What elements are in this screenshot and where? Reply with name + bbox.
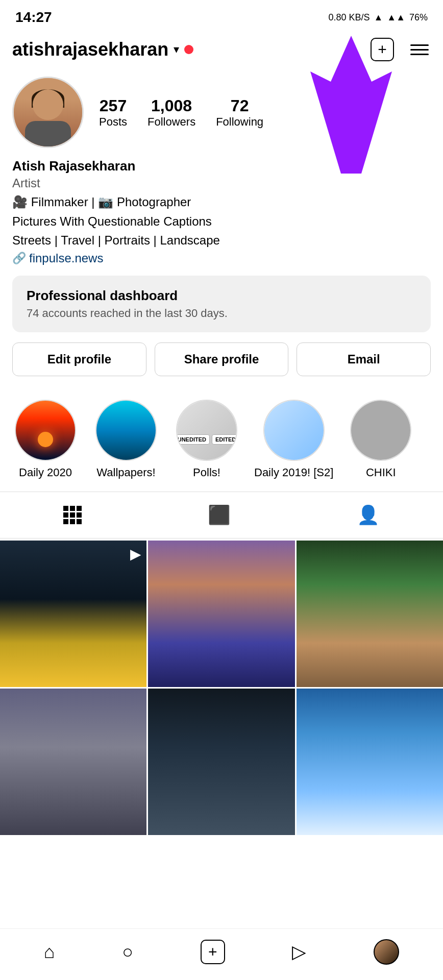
photo-cell-4[interactable] bbox=[0, 689, 146, 835]
bio-line-2: Pictures With Questionable Captions bbox=[12, 213, 431, 230]
photo-3 bbox=[297, 541, 443, 687]
highlight-chiki[interactable]: CHIKI bbox=[348, 400, 414, 479]
posts-label: Posts bbox=[99, 115, 127, 129]
username-text: atishrajasekharan bbox=[12, 39, 168, 60]
status-time: 14:27 bbox=[15, 9, 52, 26]
posts-stat[interactable]: 257 Posts bbox=[99, 96, 127, 129]
highlight-polls[interactable]: UNEDITED EDITED Polls! bbox=[174, 400, 240, 479]
link-icon: 🔗 bbox=[12, 252, 26, 265]
photo-cell-2[interactable] bbox=[148, 541, 294, 687]
highlight-circle bbox=[95, 400, 157, 461]
add-nav-icon: + bbox=[201, 940, 225, 964]
content-tab-bar: ⬛ 👤 bbox=[0, 492, 443, 538]
highlight-label: CHIKI bbox=[366, 466, 396, 479]
followers-count: 1,008 bbox=[151, 96, 192, 115]
add-nav-button[interactable]: + bbox=[201, 940, 225, 964]
avatar-container[interactable] bbox=[12, 77, 84, 148]
bio-title: Artist bbox=[12, 176, 431, 190]
ocean-thumbnail bbox=[96, 401, 156, 460]
highlight-wallpapers[interactable]: Wallpapers! bbox=[93, 400, 159, 479]
signal-icon: ▲▲ bbox=[387, 12, 405, 23]
profile-nav-button[interactable] bbox=[374, 939, 399, 965]
bio-line-1: 🎥 Filmmaker | 📷 Photographer bbox=[12, 193, 431, 211]
bottom-nav: ⌂ ○ + ▷ bbox=[0, 928, 443, 980]
profile-top: 257 Posts 1,008 Followers 72 Following bbox=[12, 77, 431, 148]
highlight-daily2019[interactable]: Daily 2019! [S2] bbox=[254, 400, 333, 479]
followers-stat[interactable]: 1,008 Followers bbox=[147, 96, 195, 129]
dashboard-title: Professional dashboard bbox=[27, 288, 416, 304]
stats-row: 257 Posts 1,008 Followers 72 Following bbox=[99, 96, 431, 129]
status-bar: 14:27 0.80 KB/S ▲ ▲▲ 76% bbox=[0, 0, 443, 31]
posts-count: 257 bbox=[100, 96, 127, 115]
photo-cell-6[interactable] bbox=[297, 689, 443, 835]
hamburger-icon bbox=[410, 44, 429, 55]
chiki-thumbnail bbox=[351, 401, 410, 460]
reels-nav-icon: ▷ bbox=[292, 941, 306, 963]
search-nav-button[interactable]: ○ bbox=[122, 941, 133, 963]
bubbles-thumbnail bbox=[264, 401, 324, 460]
highlight-circle bbox=[350, 400, 411, 461]
tag-icon: 👤 bbox=[357, 504, 380, 526]
poll-thumbnail: UNEDITED EDITED bbox=[177, 401, 236, 460]
following-label: Following bbox=[216, 115, 263, 129]
highlight-daily2020[interactable]: Daily 2020 bbox=[12, 400, 79, 479]
dropdown-arrow-icon[interactable]: ▾ bbox=[174, 43, 179, 56]
battery-icon: 76% bbox=[409, 12, 428, 23]
photo-1 bbox=[0, 541, 146, 687]
highlights-section: Daily 2020 Wallpapers! UNEDITED EDITED P… bbox=[0, 400, 443, 492]
photo-6 bbox=[297, 689, 443, 835]
sunset-thumbnail bbox=[16, 401, 75, 460]
email-button[interactable]: Email bbox=[297, 342, 431, 376]
add-post-button[interactable]: + bbox=[368, 36, 396, 63]
photo-cell-5[interactable] bbox=[148, 689, 294, 835]
tab-reels[interactable]: ⬛ bbox=[198, 500, 241, 530]
add-icon: + bbox=[371, 38, 394, 61]
username-area: atishrajasekharan ▾ bbox=[12, 39, 193, 60]
avatar-head bbox=[33, 89, 63, 120]
tab-grid[interactable] bbox=[53, 502, 92, 528]
menu-button[interactable] bbox=[408, 42, 431, 57]
reel-badge-icon: ▶ bbox=[130, 546, 141, 562]
search-icon: ○ bbox=[122, 941, 133, 963]
highlight-circle bbox=[15, 400, 76, 461]
share-profile-button[interactable]: Share profile bbox=[155, 342, 289, 376]
bio-line-3: Streets | Travel | Portraits | Landscape bbox=[12, 232, 431, 249]
photo-cell-3[interactable] bbox=[297, 541, 443, 687]
photo-4 bbox=[0, 689, 146, 835]
bio-link[interactable]: 🔗 finpulse.news bbox=[12, 251, 431, 265]
nav-icons: + bbox=[368, 36, 431, 63]
avatar-body bbox=[25, 121, 71, 146]
home-icon: ⌂ bbox=[44, 941, 55, 963]
reels-nav-button[interactable]: ▷ bbox=[292, 941, 306, 963]
bottom-spacer bbox=[0, 835, 443, 896]
network-speed: 0.80 KB/S bbox=[328, 12, 370, 23]
edit-profile-button[interactable]: Edit profile bbox=[12, 342, 146, 376]
online-status-dot bbox=[184, 45, 193, 54]
profile-nav-avatar bbox=[374, 939, 399, 965]
status-icons: 0.80 KB/S ▲ ▲▲ 76% bbox=[328, 12, 428, 23]
home-nav-button[interactable]: ⌂ bbox=[44, 941, 55, 963]
profile-section: 257 Posts 1,008 Followers 72 Following A… bbox=[0, 68, 443, 400]
photo-grid: ▶ bbox=[0, 541, 443, 836]
professional-dashboard[interactable]: Professional dashboard 74 accounts reach… bbox=[12, 276, 431, 332]
photo-5 bbox=[148, 689, 294, 835]
followers-label: Followers bbox=[147, 115, 195, 129]
action-buttons: Edit profile Share profile Email bbox=[12, 342, 431, 376]
highlight-label: Wallpapers! bbox=[96, 466, 155, 479]
highlight-label: Daily 2019! [S2] bbox=[254, 466, 333, 479]
following-stat[interactable]: 72 Following bbox=[216, 96, 263, 129]
highlight-label: Polls! bbox=[193, 466, 220, 479]
avatar bbox=[12, 77, 84, 148]
bio-name: Atish Rajasekharan bbox=[12, 158, 431, 174]
bio-link-text: finpulse.news bbox=[29, 251, 103, 265]
dashboard-subtitle: 74 accounts reached in the last 30 days. bbox=[27, 307, 416, 320]
highlight-label: Daily 2020 bbox=[19, 466, 72, 479]
bio-section: Atish Rajasekharan Artist 🎥 Filmmaker | … bbox=[12, 158, 431, 265]
photo-2 bbox=[148, 541, 294, 687]
tab-tagged[interactable]: 👤 bbox=[347, 500, 390, 530]
wifi-icon: ▲ bbox=[374, 12, 383, 23]
photo-cell-1[interactable]: ▶ bbox=[0, 541, 146, 687]
top-nav: atishrajasekharan ▾ + bbox=[0, 31, 443, 68]
highlight-circle: UNEDITED EDITED bbox=[176, 400, 237, 461]
following-count: 72 bbox=[231, 96, 249, 115]
